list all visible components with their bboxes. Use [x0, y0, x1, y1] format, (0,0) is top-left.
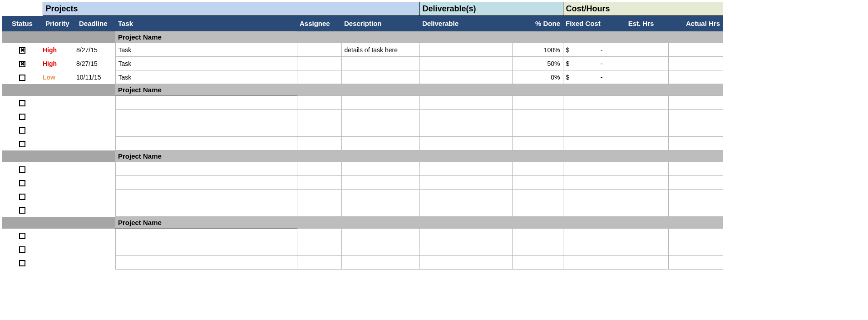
est-hrs-cell[interactable] — [614, 57, 668, 70]
task-cell[interactable] — [115, 229, 297, 242]
pct-done-cell[interactable] — [512, 96, 563, 110]
actual-hrs-cell[interactable] — [668, 70, 723, 84]
actual-hrs-cell[interactable] — [668, 190, 723, 203]
pct-done-cell[interactable] — [512, 256, 563, 270]
est-hrs-cell[interactable] — [614, 96, 668, 110]
checkbox-empty-icon[interactable] — [19, 207, 25, 214]
actual-hrs-cell[interactable] — [668, 43, 723, 57]
assignee-cell[interactable] — [297, 176, 341, 190]
status-cell[interactable] — [2, 70, 43, 84]
assignee-cell[interactable] — [297, 110, 341, 123]
deliverable-cell[interactable] — [419, 137, 512, 150]
priority-cell[interactable] — [43, 229, 76, 242]
deliverable-cell[interactable] — [419, 203, 512, 217]
project-name-cell[interactable]: Project Name — [115, 150, 297, 162]
deadline-cell[interactable] — [76, 123, 115, 137]
pct-done-cell[interactable]: 0% — [512, 70, 563, 84]
status-cell[interactable] — [2, 203, 43, 217]
est-hrs-cell[interactable] — [614, 162, 668, 176]
priority-cell[interactable] — [43, 110, 76, 123]
task-cell[interactable] — [115, 256, 297, 270]
priority-cell[interactable]: Low — [43, 70, 76, 84]
est-hrs-cell[interactable] — [614, 229, 668, 242]
est-hrs-cell[interactable] — [614, 43, 668, 57]
fixed-cost-cell[interactable] — [563, 242, 614, 256]
status-cell[interactable] — [2, 123, 43, 137]
actual-hrs-cell[interactable] — [668, 176, 723, 190]
fixed-cost-cell[interactable] — [563, 256, 614, 270]
priority-cell[interactable] — [43, 96, 76, 110]
deadline-cell[interactable]: 8/27/15 — [76, 43, 115, 57]
fixed-cost-cell[interactable] — [563, 123, 614, 137]
deliverable-cell[interactable] — [419, 190, 512, 203]
checkbox-empty-icon[interactable] — [19, 246, 25, 253]
actual-hrs-cell[interactable] — [668, 256, 723, 270]
est-hrs-cell[interactable] — [614, 123, 668, 137]
priority-cell[interactable] — [43, 203, 76, 217]
description-cell[interactable] — [341, 110, 419, 123]
description-cell[interactable] — [341, 203, 419, 217]
priority-cell[interactable] — [43, 190, 76, 203]
task-cell[interactable] — [115, 190, 297, 203]
fixed-cost-cell[interactable] — [563, 110, 614, 123]
project-name-cell[interactable]: Project Name — [115, 84, 297, 96]
checkbox-empty-icon[interactable] — [19, 141, 25, 147]
deadline-cell[interactable] — [76, 203, 115, 217]
description-cell[interactable] — [341, 190, 419, 203]
est-hrs-cell[interactable] — [614, 110, 668, 123]
fixed-cost-cell[interactable] — [563, 190, 614, 203]
actual-hrs-cell[interactable] — [668, 96, 723, 110]
assignee-cell[interactable] — [297, 242, 341, 256]
task-cell[interactable]: Task — [115, 43, 297, 57]
pct-done-cell[interactable] — [512, 123, 563, 137]
pct-done-cell[interactable] — [512, 190, 563, 203]
deliverable-cell[interactable] — [419, 123, 512, 137]
priority-cell[interactable] — [43, 137, 76, 150]
deadline-cell[interactable] — [76, 110, 115, 123]
deadline-cell[interactable] — [76, 137, 115, 150]
fixed-cost-cell[interactable]: $- — [563, 70, 614, 84]
assignee-cell[interactable] — [297, 96, 341, 110]
description-cell[interactable] — [341, 57, 419, 70]
fixed-cost-cell[interactable] — [563, 176, 614, 190]
deadline-cell[interactable] — [76, 229, 115, 242]
checkbox-empty-icon[interactable] — [19, 194, 25, 200]
assignee-cell[interactable] — [297, 70, 341, 84]
assignee-cell[interactable] — [297, 203, 341, 217]
deadline-cell[interactable] — [76, 96, 115, 110]
assignee-cell[interactable] — [297, 123, 341, 137]
priority-cell[interactable] — [43, 176, 76, 190]
fixed-cost-cell[interactable]: $- — [563, 43, 614, 57]
description-cell[interactable] — [341, 137, 419, 150]
assignee-cell[interactable] — [297, 162, 341, 176]
est-hrs-cell[interactable] — [614, 190, 668, 203]
actual-hrs-cell[interactable] — [668, 123, 723, 137]
actual-hrs-cell[interactable] — [668, 203, 723, 217]
pct-done-cell[interactable] — [512, 229, 563, 242]
priority-cell[interactable]: High — [43, 57, 76, 70]
deadline-cell[interactable] — [76, 242, 115, 256]
assignee-cell[interactable] — [297, 229, 341, 242]
checkbox-empty-icon[interactable] — [19, 127, 25, 134]
task-cell[interactable] — [115, 137, 297, 150]
priority-cell[interactable]: High — [43, 43, 76, 57]
priority-cell[interactable] — [43, 242, 76, 256]
description-cell[interactable] — [341, 242, 419, 256]
status-cell[interactable] — [2, 190, 43, 203]
description-cell[interactable] — [341, 96, 419, 110]
actual-hrs-cell[interactable] — [668, 110, 723, 123]
task-cell[interactable] — [115, 203, 297, 217]
checkbox-empty-icon[interactable] — [19, 180, 25, 186]
deadline-cell[interactable] — [76, 176, 115, 190]
deliverable-cell[interactable] — [419, 229, 512, 242]
status-cell[interactable] — [2, 176, 43, 190]
description-cell[interactable] — [341, 162, 419, 176]
deadline-cell[interactable] — [76, 256, 115, 270]
description-cell[interactable] — [341, 123, 419, 137]
task-cell[interactable] — [115, 96, 297, 110]
est-hrs-cell[interactable] — [614, 256, 668, 270]
checkbox-empty-icon[interactable] — [19, 100, 25, 106]
actual-hrs-cell[interactable] — [668, 57, 723, 70]
description-cell[interactable]: details of task here — [341, 43, 419, 57]
task-cell[interactable] — [115, 110, 297, 123]
